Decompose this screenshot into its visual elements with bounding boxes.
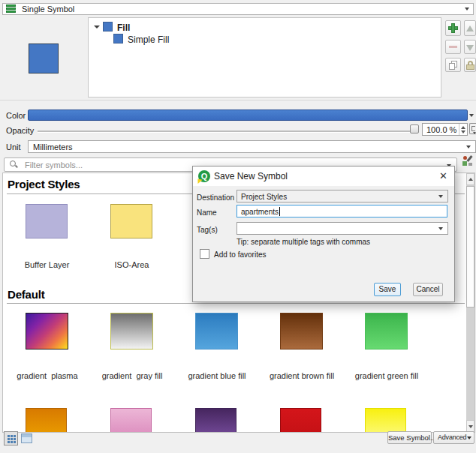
move-down-button[interactable] (464, 40, 476, 54)
dialog-title-bar[interactable]: Q Save New Symbol ✕ (193, 166, 454, 186)
style-swatch[interactable] (365, 313, 408, 350)
opacity-value: 100.0 % (426, 125, 456, 134)
advanced-button[interactable]: Advanced (433, 431, 474, 444)
duplicate-layer-button[interactable] (445, 58, 461, 72)
style-swatch[interactable] (280, 408, 321, 433)
favorites-label: Add to favorites (214, 250, 266, 259)
style-swatch[interactable] (26, 313, 68, 350)
spin-down-icon[interactable] (461, 130, 465, 134)
style-swatch-label: gradient green fill (345, 371, 429, 380)
close-icon[interactable]: ✕ (439, 170, 447, 182)
symbology-icon (6, 4, 16, 14)
opacity-slider-track[interactable] (38, 130, 410, 132)
tags-tip: Tip: separate multiple tags with commas (236, 238, 370, 246)
symbol-type-label: Single Symbol (22, 4, 74, 14)
style-swatch[interactable] (26, 408, 67, 433)
tags-combobox[interactable] (236, 222, 448, 235)
chevron-down-icon (438, 227, 443, 230)
name-input[interactable]: apartments (236, 205, 447, 218)
chevron-down-icon (466, 146, 471, 148)
tree-item-simple-fill[interactable]: Simple Fill (128, 34, 169, 45)
symbol-type-combobox[interactable]: Single Symbol (2, 3, 474, 15)
opacity-slider-handle[interactable] (410, 124, 419, 134)
style-swatch[interactable] (280, 313, 323, 350)
style-swatch[interactable] (195, 313, 238, 350)
text-caret (279, 207, 280, 216)
destination-label: Destination (197, 194, 234, 202)
fill-symbol-icon (103, 22, 113, 32)
scrollbar-down-button[interactable] (466, 420, 474, 432)
name-label: Name (197, 208, 217, 217)
list-view-toggle[interactable] (21, 434, 32, 443)
color-button[interactable] (28, 110, 468, 121)
symbol-layer-tree[interactable]: Fill Simple Fill (88, 17, 441, 98)
add-to-favorites-checkbox[interactable] (200, 249, 209, 259)
color-label: Color (6, 111, 26, 120)
dialog-title: Save New Symbol (214, 171, 288, 182)
search-icon (10, 160, 18, 169)
chevron-down-icon (467, 436, 471, 440)
style-swatch[interactable] (110, 204, 152, 238)
grid-icon (8, 435, 10, 437)
opacity-spinbox[interactable]: 100.0 % (422, 123, 468, 136)
style-swatch[interactable] (195, 408, 236, 433)
chevron-down-icon (438, 195, 443, 198)
move-up-button[interactable] (464, 20, 476, 36)
style-swatch-label: gradient plasma (5, 371, 90, 380)
unit-combobox[interactable]: Millimeters (28, 140, 476, 153)
icon-view-toggle[interactable] (4, 431, 18, 446)
style-swatch[interactable] (365, 408, 406, 433)
style-manager-button[interactable] (462, 156, 473, 166)
cancel-button[interactable]: Cancel (413, 283, 443, 296)
filter-placeholder: Filter symbols... (25, 160, 83, 170)
separator (0, 100, 476, 100)
destination-combobox[interactable]: Project Styles (236, 190, 448, 202)
lock-icon (465, 58, 475, 71)
data-defined-override-button[interactable] (469, 123, 476, 134)
style-swatch[interactable] (110, 313, 153, 350)
scrollbar-thumb[interactable] (466, 186, 474, 308)
style-swatch-label: ISO-Area (89, 260, 174, 269)
color-dropdown-arrow[interactable] (469, 114, 474, 117)
save-button[interactable]: Save (374, 283, 401, 296)
add-symbol-layer-button[interactable] (445, 20, 461, 36)
save-symbol-button[interactable]: Save Symbol... (387, 431, 432, 444)
style-swatch-label: gradient gray fill (90, 371, 175, 380)
expander-icon[interactable] (94, 26, 100, 28)
up-arrow-icon (466, 26, 474, 32)
opacity-label: Opacity (6, 126, 34, 135)
style-swatch-label: Buffer Layer (5, 260, 89, 269)
section-title: Project Styles (8, 178, 80, 190)
spin-up-icon[interactable] (461, 126, 465, 129)
style-swatch[interactable] (26, 204, 68, 238)
lock-color-button[interactable] (464, 58, 476, 72)
unit-value: Millimeters (33, 142, 73, 152)
style-swatch[interactable] (110, 408, 152, 433)
tree-item-fill[interactable]: Fill (117, 22, 130, 33)
qgis-logo-icon: Q (198, 170, 210, 182)
section-title: Default (8, 288, 44, 301)
save-new-symbol-dialog: Q Save New Symbol ✕ Destination Project … (192, 166, 455, 302)
style-swatch-label: gradient brown fill (260, 371, 345, 380)
chevron-down-icon (465, 8, 469, 10)
scrollbar-up-button[interactable] (466, 173, 474, 185)
tags-label: Tag(s) (197, 226, 218, 234)
remove-symbol-layer-button[interactable] (445, 40, 461, 54)
section-divider (7, 303, 465, 304)
unit-label: Unit (6, 142, 21, 152)
down-arrow-icon (466, 45, 474, 51)
minus-icon (449, 46, 457, 48)
simple-fill-icon (113, 34, 123, 44)
duplicate-icon (446, 58, 460, 71)
symbol-preview (29, 44, 59, 74)
style-swatch-label: gradient blue fill (175, 371, 260, 380)
